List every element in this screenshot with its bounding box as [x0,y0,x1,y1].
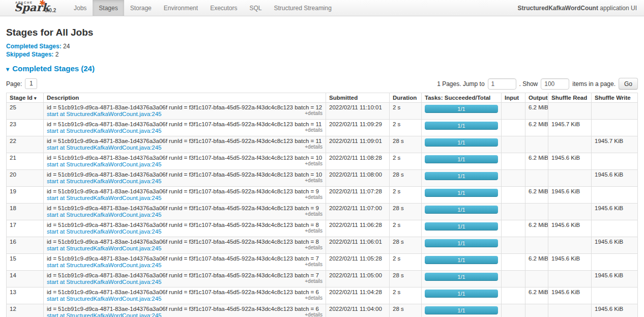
input-cell [502,170,525,187]
task-progress-bar: 1/1 [425,306,498,314]
shuffle-write-cell [592,187,638,204]
output-cell: 6.2 MiB [525,254,548,271]
details-toggle[interactable]: +details [305,127,323,133]
details-toggle[interactable]: +details [305,194,323,200]
application-name: StructuredKafkaWordCount application UI [518,5,644,12]
details-toggle[interactable]: +details [305,178,323,183]
nav-item-executors[interactable]: Executors [204,0,243,16]
stage-id-cell: 13 [7,287,44,304]
shuffle-read-cell [548,204,592,220]
nav-item-jobs[interactable]: Jobs [68,0,93,16]
submitted-cell: 2022/02/11 11:04:00 [326,304,390,317]
input-cell [502,271,525,287]
completed-stages-section-header[interactable]: ▾ Completed Stages (24) [6,64,638,73]
jump-to-page-input[interactable] [488,78,516,90]
show-text: . Show [519,80,538,88]
tasks-cell: 1/1 [422,103,502,120]
nav-item-storage[interactable]: Storage [124,0,158,16]
description-cell: id = 51cb91c9-d9ca-4871-83ae-1d4376a3a06… [44,136,326,153]
stage-description: id = 51cb91c9-d9ca-4871-83ae-1d4376a3a06… [47,155,323,161]
duration-cell: 2 s [390,103,422,120]
col-stage-id[interactable]: Stage Id ▾ [7,93,44,103]
tasks-cell: 1/1 [422,153,502,170]
shuffle-write-cell: 1945.6 KiB [592,204,638,220]
table-row: 21 id = 51cb91c9-d9ca-4871-83ae-1d4376a3… [7,153,638,170]
col-input[interactable]: Input [502,93,525,103]
stage-description: id = 51cb91c9-d9ca-4871-83ae-1d4376a3a06… [47,138,323,145]
table-row: 19 id = 51cb91c9-d9ca-4871-83ae-1d4376a3… [7,187,638,204]
stage-detail-link[interactable]: start at StructuredKafkaWordCount.java:2… [47,128,161,134]
skipped-stages-value: 2 [55,51,59,58]
output-cell [525,170,548,187]
stage-detail-link[interactable]: start at StructuredKafkaWordCount.java:2… [47,212,161,218]
nav-items: JobsStagesStorageEnvironmentExecutorsSQL… [68,0,338,16]
stage-detail-link[interactable]: start at StructuredKafkaWordCount.java:2… [47,245,161,252]
stage-id-cell: 15 [7,254,44,271]
submitted-cell: 2022/02/11 11:05:00 [326,271,390,287]
col-shuffle-read[interactable]: Shuffle Read [548,93,592,103]
details-toggle[interactable]: +details [305,245,323,250]
col-output[interactable]: Output [525,93,548,103]
stage-detail-link[interactable]: start at StructuredKafkaWordCount.java:2… [47,145,161,151]
task-progress-bar: 1/1 [425,273,498,281]
progress-label: 1/1 [425,256,498,264]
output-cell [525,204,548,220]
table-row: 20 id = 51cb91c9-d9ca-4871-83ae-1d4376a3… [7,170,638,187]
stage-description: id = 51cb91c9-d9ca-4871-83ae-1d4376a3a06… [47,255,323,262]
current-page-button[interactable]: 1 [25,78,37,89]
task-progress-bar: 1/1 [425,155,498,163]
shuffle-read-cell [548,304,592,317]
input-cell [502,204,525,220]
details-toggle[interactable]: +details [305,211,323,217]
details-toggle[interactable]: +details [305,228,323,234]
stage-detail-link[interactable]: start at StructuredKafkaWordCount.java:2… [47,296,161,302]
completed-stages-link[interactable]: Completed Stages: [6,43,62,50]
tasks-cell: 1/1 [422,187,502,204]
details-toggle[interactable]: +details [305,262,323,267]
stage-detail-link[interactable]: start at StructuredKafkaWordCount.java:2… [47,111,161,118]
description-cell: id = 51cb91c9-d9ca-4871-83ae-1d4376a3a06… [44,220,326,237]
details-toggle[interactable]: +details [305,312,323,317]
duration-cell: 28 s [390,237,422,254]
skipped-stages-link[interactable]: Skipped Stages: [6,51,53,58]
description-cell: id = 51cb91c9-d9ca-4871-83ae-1d4376a3a06… [44,120,326,136]
task-progress-bar: 1/1 [425,138,498,147]
stage-description: id = 51cb91c9-d9ca-4871-83ae-1d4376a3a06… [47,121,323,128]
shuffle-read-cell: 1945.6 KiB [548,254,592,271]
shuffle-read-cell [548,271,592,287]
spark-logo[interactable]: APACHE Spark ✱ 3.0.2 [14,0,68,16]
output-cell [525,237,548,254]
items-per-page-input[interactable] [541,78,569,90]
stage-detail-link[interactable]: start at StructuredKafkaWordCount.java:2… [47,228,161,235]
details-toggle[interactable]: +details [305,161,323,166]
go-button[interactable]: Go [619,78,638,90]
input-cell [502,187,525,204]
nav-item-structured-streaming[interactable]: Structured Streaming [268,0,338,16]
stage-description: id = 51cb91c9-d9ca-4871-83ae-1d4376a3a06… [47,289,323,296]
stage-detail-link[interactable]: start at StructuredKafkaWordCount.java:2… [47,279,161,285]
col-shuffle-write[interactable]: Shuffle Write [592,93,638,103]
nav-item-sql[interactable]: SQL [243,0,268,16]
stage-detail-link[interactable]: start at StructuredKafkaWordCount.java:2… [47,312,161,317]
nav-item-environment[interactable]: Environment [158,0,204,16]
duration-cell: 28 s [390,204,422,220]
nav-item-stages[interactable]: Stages [93,0,124,16]
details-toggle[interactable]: +details [305,278,323,284]
col-tasks[interactable]: Tasks: Succeeded/Total [422,93,502,103]
description-cell: id = 51cb91c9-d9ca-4871-83ae-1d4376a3a06… [44,287,326,304]
stage-detail-link[interactable]: start at StructuredKafkaWordCount.java:2… [47,178,161,185]
stage-detail-link[interactable]: start at StructuredKafkaWordCount.java:2… [47,161,161,168]
stage-detail-link[interactable]: start at StructuredKafkaWordCount.java:2… [47,262,161,269]
page-title: Stages for All Jobs [6,27,638,38]
stage-detail-link[interactable]: start at StructuredKafkaWordCount.java:2… [47,195,161,201]
stage-id-cell: 12 [7,304,44,317]
duration-cell: 2 s [390,120,422,136]
details-toggle[interactable]: +details [305,295,323,301]
stage-description: id = 51cb91c9-d9ca-4871-83ae-1d4376a3a06… [47,171,323,178]
col-submitted[interactable]: Submitted [326,93,390,103]
details-toggle[interactable]: +details [305,144,323,150]
details-toggle[interactable]: +details [305,110,323,116]
col-description[interactable]: Description [44,93,326,103]
submitted-cell: 2022/02/11 11:08:00 [326,170,390,187]
col-duration[interactable]: Duration [390,93,422,103]
